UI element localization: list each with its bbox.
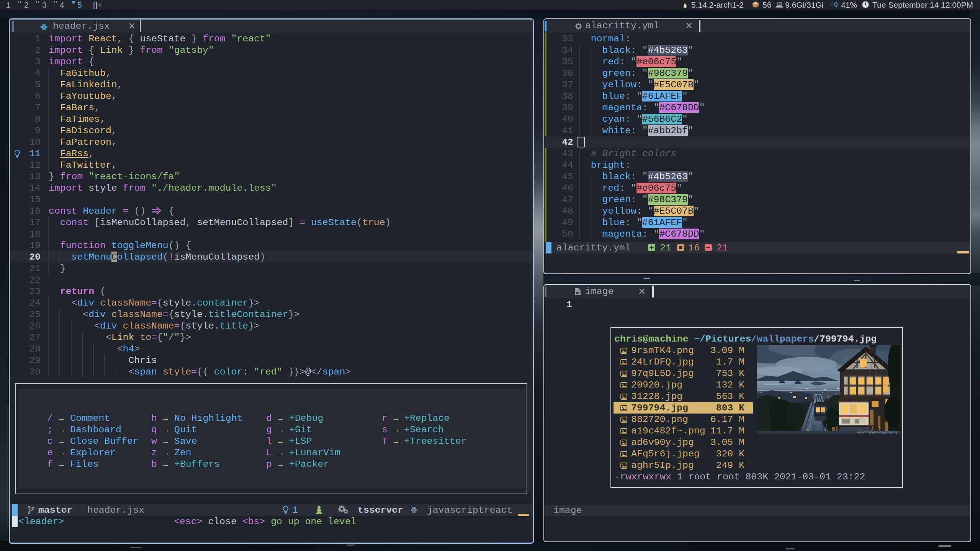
svg-text:www.DesktopBackground.org: www.DesktopBackground.org (857, 430, 897, 434)
